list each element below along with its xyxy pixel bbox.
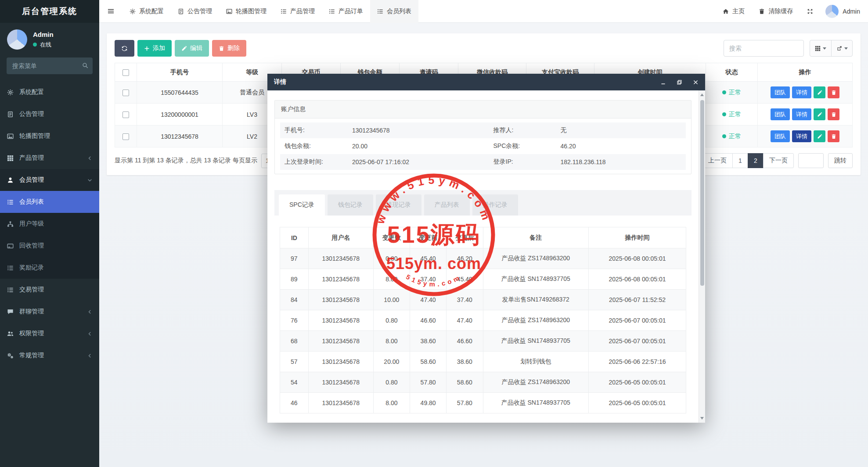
- spc-cell: 产品收益 ZS1748963200: [483, 310, 589, 331]
- spc-cell: 57.80: [447, 393, 483, 413]
- edit-button-label: 编辑: [190, 44, 202, 52]
- topnav-item-orders[interactable]: 产品订单: [322, 0, 370, 23]
- sidebar-user-panel: Admin 在线: [0, 23, 99, 54]
- delete-button-label: 删除: [227, 44, 240, 52]
- page-button[interactable]: 1: [732, 153, 748, 168]
- row-actions: 团队详情: [758, 86, 852, 98]
- spc-cell: 57.80: [410, 372, 447, 393]
- sitemap-icon: [7, 221, 14, 227]
- member-status: 正常: [706, 82, 758, 104]
- scroll-down-arrow-icon[interactable]: [700, 417, 704, 420]
- team-button[interactable]: 团队: [771, 86, 790, 98]
- modal-scrollbar[interactable]: [699, 90, 705, 423]
- delete-button[interactable]: 删除: [212, 40, 246, 57]
- delete-row-button[interactable]: [828, 108, 839, 120]
- scrollbar-thumb[interactable]: [700, 100, 704, 286]
- pagination: 上一页12下一页 跳转: [702, 153, 853, 168]
- doc-icon: [7, 111, 14, 118]
- modal-titlebar[interactable]: 详情: [267, 74, 705, 90]
- spc-col-header: 操作时间: [589, 227, 686, 248]
- restore-icon[interactable]: [677, 79, 682, 85]
- delete-row-button[interactable]: [828, 86, 839, 98]
- prev-page-button[interactable]: 上一页: [702, 153, 733, 168]
- delete-row-button[interactable]: [828, 130, 839, 142]
- member-phone: 13012345678: [137, 126, 223, 147]
- hamburger-menu-icon[interactable]: [99, 0, 122, 23]
- account-field-value: 无: [555, 126, 686, 134]
- trash-icon: [831, 90, 836, 95]
- spc-cell: 58.60: [410, 352, 447, 372]
- page-button[interactable]: 2: [748, 153, 764, 168]
- tab-wallet-log[interactable]: 钱包记录: [328, 194, 373, 216]
- topnav-item-label: 轮播图管理: [236, 7, 267, 15]
- table-search-input[interactable]: [724, 40, 804, 57]
- sidebar-item-label: 产品管理: [19, 154, 44, 162]
- sidebar-item-notice[interactable]: 公告管理: [0, 103, 99, 125]
- sidebar-subitem-reward-log[interactable]: 奖励记录: [0, 257, 99, 279]
- topnav-item-banner[interactable]: 轮播图管理: [219, 0, 274, 23]
- topnav-clear-cache[interactable]: 清除缓存: [752, 0, 800, 23]
- table-search: [724, 40, 853, 57]
- sidebar-subitem-member-list[interactable]: 会员列表: [0, 191, 99, 213]
- spc-col-header: 备注: [483, 227, 589, 248]
- record-tabs-block: SPC记录钱包记录提现记录产品列表操作记录 ID用户名变更数变更前变更后备注操作…: [274, 190, 692, 419]
- avatar: [7, 29, 27, 50]
- sidebar-item-general[interactable]: 常规管理: [0, 345, 99, 366]
- spc-row: 76130123456780.8046.6047.40产品收益 ZS174896…: [280, 310, 686, 331]
- tab-spc-log[interactable]: SPC记录: [279, 194, 325, 216]
- detail-button[interactable]: 详情: [792, 130, 811, 142]
- sidebar-subitem-user-level[interactable]: 用户等级: [0, 213, 99, 235]
- sidebar-item-members[interactable]: 会员管理: [0, 169, 99, 191]
- edit-row-button[interactable]: [814, 108, 825, 120]
- row-checkbox[interactable]: [122, 133, 129, 140]
- sidebar-submenu: 会员列表用户等级回收管理奖励记录: [0, 191, 99, 279]
- topnav-item-config[interactable]: 系统配置: [122, 0, 171, 23]
- page-jump-button[interactable]: 跳转: [828, 153, 853, 168]
- refresh-button[interactable]: [115, 40, 134, 57]
- chev-left-icon: [87, 309, 92, 314]
- detail-button[interactable]: 详情: [792, 108, 811, 120]
- topnav-item-label: 公告管理: [187, 7, 212, 15]
- edit-row-button[interactable]: [814, 130, 825, 142]
- sidebar-subitem-recycle[interactable]: 回收管理: [0, 235, 99, 257]
- sidebar-item-group-chat[interactable]: 群聊管理: [0, 301, 99, 323]
- minimize-icon[interactable]: [660, 79, 666, 85]
- members-col-header: 手机号: [137, 63, 223, 82]
- close-icon[interactable]: [693, 79, 699, 85]
- add-button[interactable]: 添加: [137, 40, 172, 57]
- topnav-item-products[interactable]: 产品管理: [274, 0, 322, 23]
- topnav-item-member-list[interactable]: 会员列表: [370, 0, 418, 23]
- export-button[interactable]: [831, 40, 852, 56]
- sidebar-item-config[interactable]: 系统配置: [0, 81, 99, 103]
- sidebar-search-input[interactable]: [7, 57, 93, 74]
- team-button[interactable]: 团队: [771, 108, 790, 120]
- tab-action-log[interactable]: 操作记录: [472, 194, 518, 216]
- edit-row-button[interactable]: [814, 86, 825, 98]
- sidebar-item-products[interactable]: 产品管理: [0, 147, 99, 169]
- sidebar-item-permission[interactable]: 权限管理: [0, 323, 99, 345]
- detail-button[interactable]: 详情: [792, 86, 811, 98]
- team-button[interactable]: 团队: [771, 130, 790, 142]
- sidebar-item-banner[interactable]: 轮播图管理: [0, 125, 99, 147]
- sidebar-item-trade[interactable]: 交易管理: [0, 279, 99, 301]
- status-dot-icon: [722, 134, 726, 138]
- navbar-avatar[interactable]: [825, 5, 839, 18]
- row-checkbox[interactable]: [122, 90, 129, 96]
- spc-cell: 20.00: [373, 352, 410, 372]
- spc-cell: 38.60: [447, 352, 483, 372]
- fullscreen-button[interactable]: [800, 0, 820, 23]
- next-page-button[interactable]: 下一页: [763, 153, 794, 168]
- select-all-checkbox[interactable]: [122, 69, 129, 76]
- tab-withdraw-log[interactable]: 提现记录: [376, 194, 421, 216]
- edit-button[interactable]: 编辑: [175, 40, 209, 57]
- scroll-up-arrow-icon[interactable]: [700, 93, 704, 96]
- tab-product-list[interactable]: 产品列表: [424, 194, 470, 216]
- plus-icon: [144, 46, 150, 51]
- topnav-clear-cache-label: 清除缓存: [768, 7, 793, 15]
- row-checkbox[interactable]: [122, 111, 129, 118]
- topnav-home[interactable]: 主页: [716, 0, 752, 23]
- spc-cell: 47.40: [410, 290, 447, 310]
- topnav-item-notice[interactable]: 公告管理: [171, 0, 219, 23]
- page-jump-input[interactable]: [798, 153, 824, 168]
- columns-toggle-button[interactable]: [810, 40, 831, 56]
